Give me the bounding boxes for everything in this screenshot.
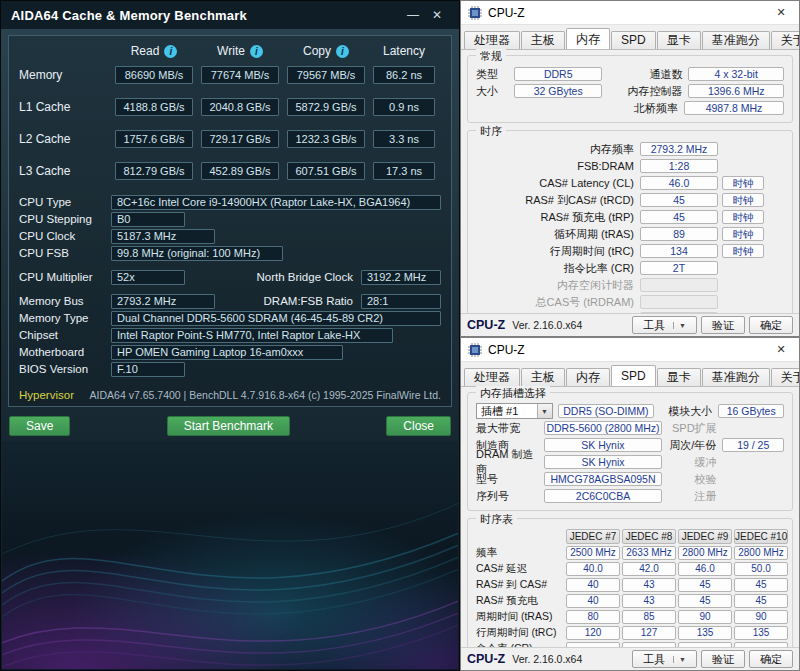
info-icon[interactable]: i: [336, 45, 349, 58]
group-label: 内存插槽选择: [476, 386, 550, 401]
chevron-down-icon[interactable]: ▼: [673, 656, 686, 663]
ok-button[interactable]: 确定: [749, 650, 793, 668]
l3-write-value: 452.89 GB/s: [201, 162, 279, 180]
table-row-trc: 行周期时间 (tRC) 120 127 135 135: [476, 626, 784, 640]
trp-cell: 45: [734, 594, 788, 608]
timing-row: CAS# Latency (CL) 46.0 时钟: [476, 175, 784, 191]
spd-ext-label: SPD扩展: [662, 421, 717, 436]
trc-cell: 135: [678, 626, 732, 640]
timing-row: 内存空闲计时器: [476, 277, 784, 293]
ok-button[interactable]: 确定: [749, 316, 793, 334]
trc-cell: 127: [622, 626, 676, 640]
tab-cpu[interactable]: 处理器: [464, 368, 520, 386]
trcd-cell: 40: [566, 578, 620, 592]
validate-button[interactable]: 验证: [701, 650, 745, 668]
info-row-memory-type: Memory Type Dual Channel DDR5-5600 SDRAM…: [19, 310, 441, 326]
info-row-cpu-multiplier: CPU Multiplier 52x North Bridge Clock 31…: [19, 269, 441, 285]
info-row-label: Memory Type: [19, 312, 111, 324]
tab-memory[interactable]: 内存: [566, 368, 610, 386]
tab-graphics[interactable]: 显卡: [657, 31, 701, 49]
tab-cpu[interactable]: 处理器: [464, 31, 520, 49]
table-row-l3: L3 Cache 812.79 GB/s 452.89 GB/s 607.51 …: [19, 162, 441, 180]
channels-value: 4 x 32-bit: [688, 67, 784, 81]
cas-cell: 42.0: [622, 562, 676, 576]
timing-label: 内存空闲计时器: [476, 278, 634, 293]
close-icon[interactable]: ✕: [425, 8, 449, 22]
slot-select[interactable]: 插槽 #1 ▼: [476, 403, 553, 419]
minimize-icon[interactable]: —: [401, 8, 425, 22]
save-button[interactable]: Save: [9, 416, 70, 436]
slot-select-value: 插槽 #1: [477, 404, 537, 419]
row-label: Memory: [19, 68, 107, 82]
tools-button[interactable]: 工具▼: [632, 316, 697, 334]
tab-bench[interactable]: 基准跑分: [702, 368, 770, 386]
cpuz-app-icon: [468, 6, 482, 20]
slot-row: 插槽 #1 ▼ DDR5 (SO-DIMM) 模块大小 16 GBytes: [476, 403, 784, 419]
cpuz-titlebar[interactable]: CPU-Z ✕: [461, 1, 799, 25]
chevron-down-icon[interactable]: ▼: [537, 404, 552, 418]
general-row: 北桥频率 4987.8 MHz: [476, 100, 784, 116]
frequency-cell: 2800 MHz: [678, 546, 732, 560]
tab-mainboard[interactable]: 主板: [521, 31, 565, 49]
timing-label: 总CAS号 (tRDRAM): [476, 295, 634, 310]
tab-about[interactable]: 关于: [771, 31, 800, 49]
tras-cell: 90: [678, 610, 732, 624]
version-text: Ver. 2.16.0.x64: [512, 319, 582, 331]
close-button[interactable]: Close: [386, 416, 451, 436]
slot-row: DRAM 制造商 SK Hynix 缓冲: [476, 454, 784, 470]
l2-write-value: 729.17 GB/s: [201, 130, 279, 148]
row-label: L1 Cache: [19, 100, 107, 114]
info-row-bios: BIOS Version F.10: [19, 361, 441, 377]
timing-label: RAS# 到CAS# (tRCD): [476, 193, 634, 208]
info-row-label: CPU Type: [19, 196, 111, 208]
tab-spd[interactable]: SPD: [611, 31, 656, 49]
trc-cell: 135: [734, 626, 788, 640]
general-row: 大小 32 GBytes 内存控制器 1396.6 MHz: [476, 83, 784, 99]
table-row-cas: CAS# 延迟 40.0 42.0 46.0 50.0: [476, 562, 784, 576]
timing-row: 行周期时间 (tRC) 134 时钟: [476, 243, 784, 259]
tab-spd[interactable]: SPD: [611, 365, 656, 386]
l1-copy-value: 5872.9 GB/s: [287, 98, 365, 116]
info-row-label: Motherboard: [19, 346, 111, 358]
timings-table-header: JEDEC #7 JEDEC #8 JEDEC #9 JEDEC #10: [476, 529, 784, 544]
timing-label: CAS# Latency (CL): [476, 177, 634, 189]
tab-mainboard[interactable]: 主板: [521, 368, 565, 386]
part-number-value: HMCG78AGBSA095N: [544, 472, 662, 486]
tools-button[interactable]: 工具▼: [632, 650, 697, 668]
table-row-frequency: 频率 2500 MHz 2633 MHz 2800 MHz 2800 MHz: [476, 546, 784, 560]
dram-manufacturer-value: SK Hynix: [544, 455, 662, 469]
frequency-cell: 2633 MHz: [622, 546, 676, 560]
timing-label: 循环周期 (tRAS): [476, 227, 634, 242]
size-value: 32 GBytes: [514, 84, 602, 98]
l1-read-value: 4188.8 GB/s: [115, 98, 193, 116]
button-row: Save Start Benchmark Close: [9, 416, 451, 436]
table-row-trp: RAS# 预充电 40 43 45 45: [476, 594, 784, 608]
memory-bus-value: 2793.2 MHz: [111, 294, 215, 309]
aida64-titlebar[interactable]: AIDA64 Cache & Memory Benchmark — ✕: [1, 1, 459, 29]
row-label: 频率: [476, 546, 564, 560]
tras-value: 89: [640, 227, 718, 241]
max-bandwidth-label: 最大带宽: [476, 421, 544, 436]
jedec9-header: JEDEC #9: [678, 529, 732, 544]
tab-graphics[interactable]: 显卡: [657, 368, 701, 386]
close-icon[interactable]: ✕: [763, 1, 799, 25]
info-row-label: North Bridge Clock: [256, 271, 353, 283]
validate-button[interactable]: 验证: [701, 316, 745, 334]
memory-latency-value: 86.2 ns: [373, 66, 435, 84]
timing-row: 总CAS号 (tRDRAM): [476, 294, 784, 310]
info-row-chipset: Chipset Intel Raptor Point-S HM770, Inte…: [19, 327, 441, 343]
tab-bench[interactable]: 基准跑分: [702, 31, 770, 49]
tab-about[interactable]: 关于: [771, 368, 800, 386]
chevron-down-icon[interactable]: ▼: [673, 322, 686, 329]
start-benchmark-button[interactable]: Start Benchmark: [167, 416, 290, 436]
info-icon[interactable]: i: [250, 45, 263, 58]
timing-label: 行周期时间 (tRC): [476, 244, 634, 259]
info-row-label: CPU Stepping: [19, 213, 111, 225]
info-icon[interactable]: i: [164, 45, 177, 58]
slot-row: 型号 HMCG78AGBSA095N 校验: [476, 471, 784, 487]
cpuz-titlebar[interactable]: CPU-Z ✕: [461, 338, 799, 362]
close-icon[interactable]: ✕: [763, 338, 799, 362]
statusbar: CPU-Z Ver. 2.16.0.x64 工具▼ 验证 确定: [461, 313, 799, 336]
cpu-stepping-value: B0: [111, 212, 185, 227]
tab-memory[interactable]: 内存: [566, 28, 610, 49]
